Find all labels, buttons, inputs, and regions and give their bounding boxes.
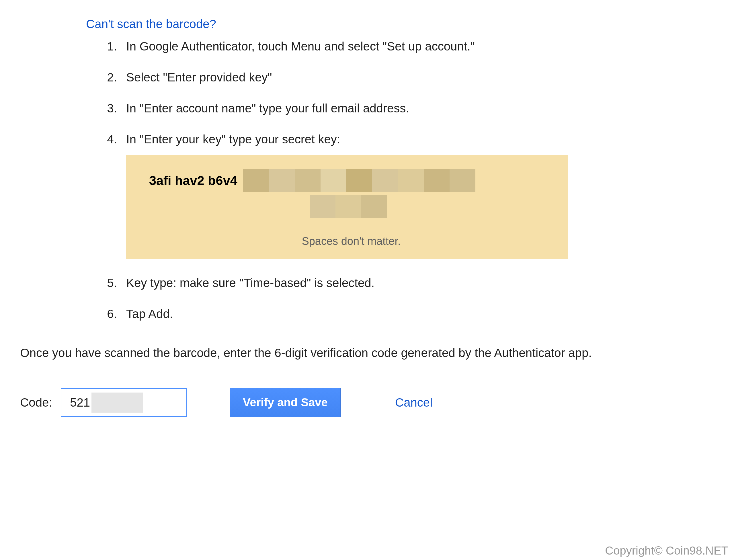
step-2-text: Select "Enter provided key" xyxy=(126,71,272,84)
step-4: In "Enter your key" type your secret key… xyxy=(120,132,717,259)
step-3: In "Enter account name" type your full e… xyxy=(120,102,717,115)
code-label: Code: xyxy=(20,396,52,409)
step-5: Key type: make sure "Time-based" is sele… xyxy=(120,276,717,290)
step-5-text: Key type: make sure "Time-based" is sele… xyxy=(126,276,374,290)
step-1: In Google Authenticator, touch Menu and … xyxy=(120,40,717,53)
step-4-text: In "Enter your key" type your secret key… xyxy=(126,132,340,146)
secret-key-hint: Spaces don't matter. xyxy=(149,235,553,247)
step-3-text: In "Enter account name" type your full e… xyxy=(126,102,409,115)
steps-list: In Google Authenticator, touch Menu and … xyxy=(120,40,717,321)
secret-key-visible: 3afi hav2 b6v4 xyxy=(149,173,237,188)
secret-key-block: 3afi hav2 b6v4 Spaces don't matter. xyxy=(126,155,568,259)
code-input-value: 521 xyxy=(70,396,90,409)
code-input[interactable]: 521 xyxy=(61,388,187,417)
redacted-key-icon xyxy=(243,169,475,192)
step-6-text: Tap Add. xyxy=(126,307,173,321)
verify-and-save-button[interactable]: Verify and Save xyxy=(230,388,341,417)
copyright-text: Copyright© Coin98.NET xyxy=(605,544,728,557)
redacted-code-icon xyxy=(91,393,143,413)
redacted-key-icon-2 xyxy=(310,195,553,218)
code-form-row: Code: 521 Verify and Save Cancel xyxy=(20,388,717,417)
instruction-text: Once you have scanned the barcode, enter… xyxy=(20,344,680,362)
cancel-link[interactable]: Cancel xyxy=(395,396,433,409)
step-1-text: In Google Authenticator, touch Menu and … xyxy=(126,40,475,53)
step-6: Tap Add. xyxy=(120,307,717,321)
cant-scan-heading[interactable]: Can't scan the barcode? xyxy=(86,17,717,31)
step-2: Select "Enter provided key" xyxy=(120,71,717,84)
